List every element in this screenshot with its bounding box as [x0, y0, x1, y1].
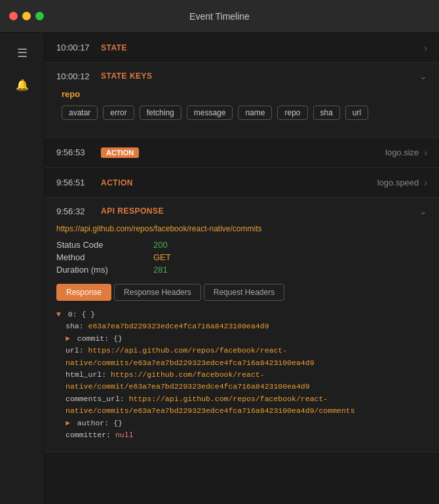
api-response-section: 9:56:32 API RESPONSE ⌄ https://api.githu… [45, 198, 439, 452]
event-row-action[interactable]: 9:56:51 ACTION logo.speed › [45, 168, 439, 198]
method-value: GET [153, 252, 427, 262]
duration-value: 281 [153, 265, 427, 275]
state-keys-section: 10:00:12 STATE KEYS ⌄ repo avatarerrorfe… [45, 63, 439, 138]
event-time-state: 10:00:17 [56, 43, 101, 52]
json-sha: sha: e63a7ea7bd229323edce4fca716a8423100… [56, 320, 427, 332]
tag-name: name [238, 106, 272, 120]
event-label-state: STATE [101, 43, 127, 52]
app-layout: ☰ 🔔 10:00:17 STATE › 10:00:12 STATE KEYS… [0, 33, 439, 504]
event-time-statekeys: 10:00:12 [56, 71, 101, 81]
close-button[interactable] [9, 12, 18, 20]
chevron-down-icon: ⌄ [419, 71, 427, 81]
json-toggle-commit[interactable]: ► [66, 334, 70, 343]
json-commit: ► commit: {} [56, 333, 427, 345]
event-label-action: ACTION [101, 178, 133, 187]
tag-repo: repo [277, 106, 307, 120]
tab-response[interactable]: Response [56, 284, 111, 301]
chevron-right-icon-3: › [424, 178, 427, 188]
event-time-api: 9:56:32 [56, 206, 101, 216]
tag-avatar: avatar [62, 106, 98, 120]
json-comments-url: comments_url: https://api.github.com/rep… [56, 393, 427, 417]
tab-bar: Response Response Headers Request Header… [56, 284, 427, 301]
chevron-right-icon-2: › [424, 147, 427, 158]
tab-request-headers[interactable]: Request Headers [204, 284, 284, 301]
chevron-down-icon-2: ⌄ [419, 206, 427, 216]
json-toggle-0[interactable]: ▼ [56, 310, 61, 319]
event-label-action-filled: ACTION [101, 147, 139, 158]
event-time-action1: 9:56:53 [56, 147, 101, 157]
api-url[interactable]: https://api.github.com/repos/facebook/re… [56, 224, 427, 233]
main-content: 10:00:17 STATE › 10:00:12 STATE KEYS ⌄ r… [45, 33, 439, 504]
state-keys-body: repo avatarerrorfetchingmessagenamerepos… [56, 89, 427, 126]
duration-label: Duration (ms) [56, 265, 148, 275]
repo-label: repo [62, 89, 422, 99]
api-response-header[interactable]: 9:56:32 API RESPONSE ⌄ [56, 198, 427, 224]
event-detail-action1: logo.size [139, 147, 424, 157]
json-viewer: ▼ 0: { } sha: e63a7ea7bd229323edce4fca71… [56, 309, 427, 441]
tag-sha: sha [313, 106, 340, 120]
chevron-right-icon: › [424, 43, 427, 53]
json-committer: committer: null [56, 429, 427, 441]
json-author: ► author: {} [56, 417, 427, 429]
event-row-action-filled[interactable]: 9:56:53 ACTION logo.size › [45, 138, 439, 168]
state-keys-header[interactable]: 10:00:12 STATE KEYS ⌄ [56, 63, 427, 89]
json-url: url: https://api.github.com/repos/facebo… [56, 345, 427, 369]
api-meta: Status Code 200 Method GET Duration (ms)… [56, 240, 427, 275]
tag-error: error [103, 106, 134, 120]
tag-list: avatarerrorfetchingmessagenamereposhaurl [62, 106, 422, 120]
tag-fetching: fetching [140, 106, 181, 120]
titlebar: Event Timeline [0, 0, 439, 33]
status-code-value: 200 [153, 240, 427, 250]
window-controls [9, 12, 44, 20]
status-code-label: Status Code [56, 240, 148, 250]
maximize-button[interactable] [35, 12, 44, 20]
app-title: Event Timeline [189, 11, 250, 22]
event-row-state[interactable]: 10:00:17 STATE › [45, 33, 439, 63]
event-detail-action2: logo.speed [133, 178, 424, 187]
sidebar: ☰ 🔔 [0, 33, 45, 504]
event-label-api: API RESPONSE [101, 206, 164, 216]
tag-url: url [345, 106, 368, 120]
json-html-url: html_url: https://github.com/facebook/re… [56, 369, 427, 393]
menu-icon[interactable]: ☰ [14, 43, 30, 63]
minimize-button[interactable] [22, 12, 31, 20]
json-row-0: ▼ 0: { } [56, 309, 427, 320]
method-label: Method [56, 252, 148, 262]
event-label-statekeys: STATE KEYS [101, 71, 153, 81]
json-toggle-author[interactable]: ► [66, 419, 70, 427]
tab-response-headers[interactable]: Response Headers [114, 284, 201, 301]
event-time-action2: 9:56:51 [56, 178, 101, 187]
tag-message: message [187, 106, 233, 120]
bell-icon[interactable]: 🔔 [13, 76, 31, 94]
